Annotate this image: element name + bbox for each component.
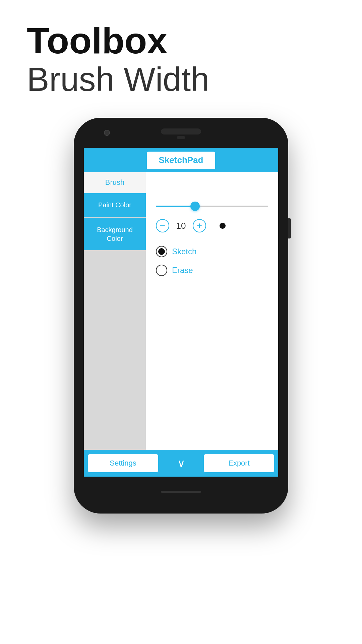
phone-screen: SketchPad Brush Paint Color Background C… (84, 148, 278, 477)
radio-sketch-inner (158, 248, 165, 255)
radio-erase-label: Erase (172, 266, 193, 275)
radio-sketch-label: Sketch (172, 247, 196, 256)
radio-erase-outer (156, 265, 167, 276)
increment-button[interactable]: + (193, 219, 206, 232)
side-button (288, 218, 291, 238)
decrement-button[interactable]: − (156, 219, 169, 232)
brush-preview (220, 223, 226, 229)
slider-track[interactable] (156, 206, 268, 207)
settings-button[interactable]: Settings (88, 454, 158, 472)
slider-thumb[interactable] (190, 202, 200, 211)
page-title-light: Brush Width (27, 61, 335, 98)
chevron-down-icon[interactable]: ∨ (171, 457, 191, 470)
phone-top (74, 118, 288, 148)
brush-width-value: 10 (176, 221, 186, 231)
radio-sketch[interactable]: Sketch (156, 246, 268, 257)
phone-bottom (74, 477, 288, 507)
home-indicator (161, 491, 201, 493)
phone-sensor (177, 136, 185, 139)
phone-frame: SketchPad Brush Paint Color Background C… (74, 118, 288, 514)
radio-sketch-outer (156, 246, 167, 257)
app-header: SketchPad (84, 148, 278, 172)
export-button[interactable]: Export (204, 454, 274, 472)
page-title-bold: Toolbox (27, 20, 335, 61)
sidebar: Brush Paint Color Background Color (84, 172, 146, 450)
app-title-tab[interactable]: SketchPad (147, 152, 216, 169)
sidebar-item-brush[interactable]: Brush (84, 172, 146, 193)
value-controls: − 10 + (156, 219, 268, 232)
phone-camera-icon (104, 130, 110, 136)
main-panel: − 10 + Sketch Erase (146, 172, 278, 450)
slider-fill (156, 206, 195, 207)
sidebar-paint-color-button[interactable]: Paint Color (84, 193, 146, 217)
radio-erase[interactable]: Erase (156, 265, 268, 276)
brush-width-slider-section (156, 206, 268, 207)
app-content: Brush Paint Color Background Color − (84, 172, 278, 450)
sidebar-background-color-button[interactable]: Background Color (84, 218, 146, 250)
app-footer: Settings ∨ Export (84, 450, 278, 477)
page-header: Toolbox Brush Width (0, 0, 362, 111)
radio-options: Sketch Erase (156, 246, 268, 276)
phone-speaker (161, 128, 201, 135)
